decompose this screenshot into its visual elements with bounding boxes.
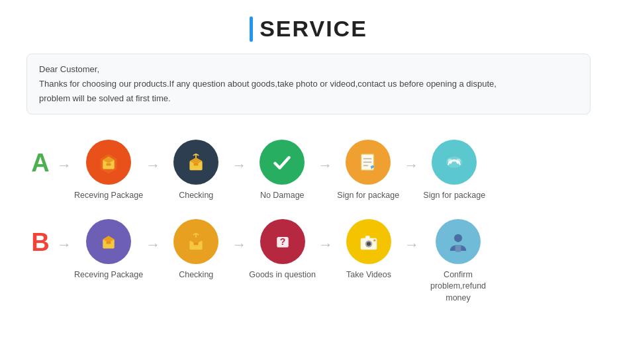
- svg-point-12: [448, 159, 453, 163]
- arrow-icon: →: [54, 157, 74, 174]
- circle-person: [436, 219, 481, 264]
- flow-item: Receving Package: [74, 140, 143, 202]
- title-bar: [250, 17, 253, 42]
- flow-item: Checking: [163, 140, 229, 202]
- circle-package_gold: [173, 219, 218, 264]
- flow-item: Sign for package: [335, 140, 401, 202]
- row-letter-a: A: [26, 149, 54, 177]
- item-label: No Damage: [260, 190, 305, 202]
- arrow-icon: →: [54, 236, 74, 253]
- arrow-icon: →: [316, 236, 336, 253]
- circle-checkmark: [260, 140, 305, 185]
- item-label: Receving Package: [74, 190, 143, 202]
- svg-point-27: [454, 234, 462, 242]
- svg-point-26: [373, 239, 376, 242]
- circle-document_sign: [346, 140, 391, 185]
- item-label: Goods in question: [249, 269, 316, 281]
- page-title: SERVICE: [260, 16, 367, 42]
- arrow-icon: →: [143, 157, 163, 174]
- item-label: Take Videos: [346, 269, 391, 281]
- arrow-icon: →: [401, 157, 421, 174]
- arrow-icon: →: [402, 236, 422, 253]
- circle-package_dark: [173, 140, 218, 185]
- arrow-icon: →: [229, 157, 249, 174]
- svg-point-24: [367, 242, 371, 246]
- flow-item: Take Videos: [336, 219, 402, 281]
- circle-camera: [346, 219, 391, 264]
- page: SERVICE Dear Customer, Thanks for choosi…: [0, 0, 617, 364]
- notice-line3: problem will be solved at first time.: [39, 91, 578, 106]
- circle-package_purple: [86, 219, 131, 264]
- flow-row-a: A→ Receving Package→ Checking→ No Damage…: [26, 133, 591, 206]
- svg-rect-16: [107, 242, 111, 244]
- flow-row-b: B→ Receving Package→ Checking→ ? Goods i…: [26, 212, 591, 308]
- title-row: SERVICE: [250, 16, 367, 42]
- notice-box: Dear Customer, Thanks for choosing our p…: [26, 54, 591, 114]
- svg-rect-3: [107, 163, 111, 166]
- item-label: Receving Package: [74, 269, 143, 281]
- arrow-icon: →: [315, 157, 335, 174]
- arrow-icon: →: [229, 236, 249, 253]
- flow-item: Checking: [163, 219, 229, 281]
- item-label: Sign for package: [337, 190, 399, 202]
- item-label: Confirm problem,refund money: [422, 269, 495, 304]
- flow-item: Receving Package: [74, 219, 143, 281]
- svg-text:?: ?: [279, 236, 285, 247]
- svg-rect-25: [365, 236, 370, 238]
- flow-item: Confirm problem,refund money: [422, 219, 495, 304]
- item-label: Checking: [179, 269, 213, 281]
- circle-handshake: [432, 140, 477, 185]
- flow-item: ? Goods in question: [249, 219, 316, 281]
- flow-item: No Damage: [249, 140, 315, 202]
- flow-item: Sign for package: [421, 140, 487, 202]
- svg-rect-19: [194, 243, 199, 246]
- svg-point-13: [456, 159, 461, 163]
- item-label: Checking: [179, 190, 213, 202]
- notice-line1: Dear Customer,: [39, 62, 578, 77]
- circle-package_open: [86, 140, 131, 185]
- flow-section: A→ Receving Package→ Checking→ No Damage…: [26, 133, 591, 308]
- notice-line2: Thanks for choosing our products.If any …: [39, 77, 578, 91]
- svg-rect-28: [455, 245, 461, 252]
- svg-rect-6: [194, 163, 199, 166]
- item-label: Sign for package: [423, 190, 485, 202]
- arrow-icon: →: [143, 236, 163, 253]
- circle-question_box: ?: [260, 219, 305, 264]
- row-letter-b: B: [26, 228, 54, 257]
